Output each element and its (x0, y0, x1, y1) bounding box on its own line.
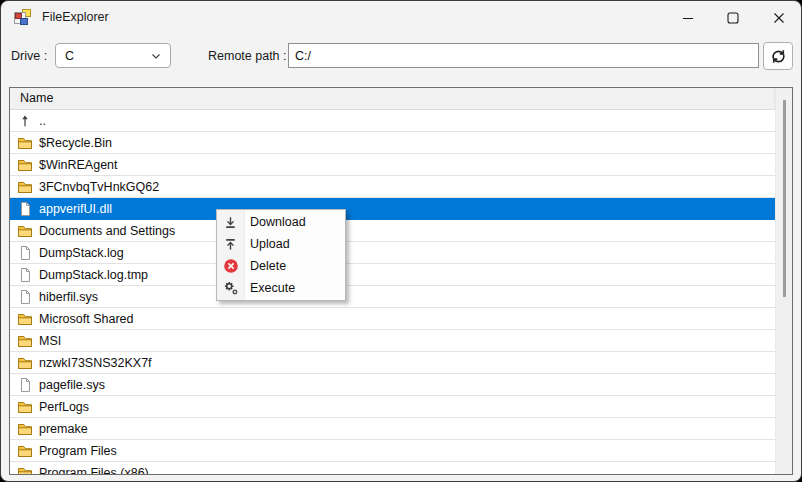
file-row[interactable]: pagefile.sys (10, 374, 775, 396)
file-name: $Recycle.Bin (39, 136, 112, 150)
file-name: pagefile.sys (39, 378, 105, 392)
refresh-button[interactable] (763, 42, 793, 70)
file-name: .. (39, 114, 46, 128)
minimize-button[interactable] (665, 1, 711, 35)
file-name: appverifUI.dll (39, 202, 112, 216)
maximize-icon (727, 12, 739, 24)
file-name: $WinREAgent (39, 158, 118, 172)
file-list-rows: ..$Recycle.Bin$WinREAgent3FCnvbqTvHnkGQ6… (10, 110, 775, 474)
file-name: PerfLogs (39, 400, 89, 414)
file-row[interactable]: Program Files (x86) (10, 462, 775, 474)
file-name: Microsoft Shared (39, 312, 133, 326)
file-name: 3FCnvbqTvHnkGQ62 (39, 180, 159, 194)
file-icon (17, 267, 33, 283)
up-icon (17, 113, 33, 129)
file-row[interactable]: nzwkI73SNS32KX7f (10, 352, 775, 374)
file-icon (17, 245, 33, 261)
chevron-down-icon (150, 50, 170, 62)
execute-icon (217, 280, 244, 296)
context-menu-item-delete[interactable]: Delete (217, 255, 345, 277)
file-row[interactable]: premake (10, 418, 775, 440)
folder-icon (17, 355, 33, 371)
file-icon (17, 289, 33, 305)
file-name: Documents and Settings (39, 224, 175, 238)
folder-icon (17, 311, 33, 327)
minimize-icon (682, 12, 694, 24)
file-row[interactable]: appverifUI.dll (10, 198, 775, 220)
folder-icon (17, 443, 33, 459)
file-row[interactable]: 3FCnvbqTvHnkGQ62 (10, 176, 775, 198)
folder-icon (17, 179, 33, 195)
file-row[interactable]: MSI (10, 330, 775, 352)
folder-icon (17, 421, 33, 437)
file-name: DumpStack.log.tmp (39, 268, 148, 282)
vertical-scrollbar[interactable] (775, 88, 792, 474)
refresh-icon (770, 48, 787, 65)
column-header-name[interactable]: Name (10, 88, 775, 110)
file-row[interactable]: DumpStack.log.tmp (10, 264, 775, 286)
drive-label: Drive : (11, 49, 47, 63)
file-row[interactable]: PerfLogs (10, 396, 775, 418)
drive-selected-value: C (56, 49, 150, 63)
file-icon (17, 201, 33, 217)
context-menu-item-download[interactable]: Download (217, 211, 345, 233)
file-row[interactable]: DumpStack.log (10, 242, 775, 264)
file-row[interactable]: Documents and Settings (10, 220, 775, 242)
file-name: Program Files (x86) (39, 466, 149, 475)
file-row[interactable]: Microsoft Shared (10, 308, 775, 330)
maximize-button[interactable] (710, 1, 756, 35)
app-icon-blue-square (20, 18, 28, 25)
context-menu-item-execute[interactable]: Execute (217, 277, 345, 299)
file-row[interactable]: $Recycle.Bin (10, 132, 775, 154)
file-row[interactable]: $WinREAgent (10, 154, 775, 176)
remote-path-input[interactable] (288, 43, 759, 68)
file-name: hiberfil.sys (39, 290, 98, 304)
download-icon (217, 215, 244, 230)
file-list: Name ..$Recycle.Bin$WinREAgent3FCnvbqTvH… (9, 87, 793, 475)
app-icon (14, 9, 32, 26)
drive-select[interactable]: C (55, 43, 171, 68)
file-name: DumpStack.log (39, 246, 124, 260)
folder-icon (17, 465, 33, 475)
file-row[interactable]: hiberfil.sys (10, 286, 775, 308)
file-row[interactable]: .. (10, 110, 775, 132)
folder-icon (17, 333, 33, 349)
file-name: Program Files (39, 444, 117, 458)
folder-icon (17, 157, 33, 173)
file-name: MSI (39, 334, 61, 348)
context-menu-item-upload[interactable]: Upload (217, 233, 345, 255)
file-icon (17, 377, 33, 393)
scrollbar-thumb[interactable] (783, 100, 786, 297)
close-icon (773, 12, 785, 24)
context-menu: DownloadUploadDeleteExecute (216, 209, 346, 301)
close-button[interactable] (756, 1, 802, 35)
delete-icon (217, 258, 244, 274)
file-row[interactable]: Program Files (10, 440, 775, 462)
file-name: premake (39, 422, 88, 436)
window-title: FileExplorer (42, 10, 109, 24)
app-window: FileExplorer Drive : C Remote path : Nam… (0, 0, 802, 482)
folder-icon (17, 399, 33, 415)
folder-icon (17, 223, 33, 239)
title-bar: FileExplorer (1, 1, 801, 35)
folder-icon (17, 135, 33, 151)
upload-icon (217, 237, 244, 252)
file-name: nzwkI73SNS32KX7f (39, 356, 152, 370)
remote-path-label: Remote path : (208, 49, 287, 63)
